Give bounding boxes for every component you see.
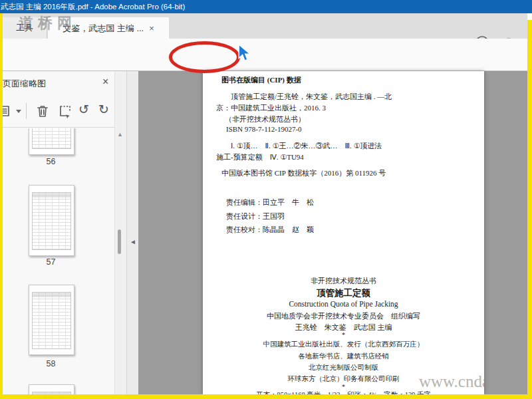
tab-close-icon[interactable]: × [149, 18, 154, 39]
page-watermark: www.cnda [419, 372, 484, 391]
thumbnail-page-57[interactable] [29, 185, 74, 256]
thumbnail-label-56: 56 [29, 157, 73, 166]
pdf-line: ISBN 978-7-112-19027-0 [226, 125, 302, 133]
pdf-line: Ⅰ. ①顶… Ⅱ. ①王…②朱…③武… Ⅲ. ①顶进法 [231, 141, 382, 151]
panel-title: 页面缩略图 [3, 78, 46, 90]
panel-divider [26, 103, 27, 119]
pdf-line: 责任校对：陈晶晶 赵 颖 [226, 225, 314, 235]
panel-close-icon[interactable]: × [102, 76, 108, 88]
thumbnail-page-58[interactable] [29, 285, 74, 355]
pdf-book-title: 顶管施工定额 [203, 287, 484, 299]
document-view[interactable]: 图书在版编目 (CIP) 数据 顶管施工定额/王兆铨，朱文鉴，武志国主编 . —… [138, 71, 527, 394]
pdf-page: 图书在版编目 (CIP) 数据 顶管施工定额/王兆铨，朱文鉴，武志国主编 . —… [203, 71, 484, 394]
thumbnail-list: 56 57 58 [3, 128, 112, 394]
pdf-line: 中国地质学会非开挖技术专业委员会 组织编写 [203, 311, 484, 321]
pdf-line: 图书在版编目 (CIP) 数据 [221, 75, 301, 85]
pdf-line: Construction Quota of Pipe Jacking [203, 300, 484, 308]
delete-pages-icon[interactable] [35, 103, 51, 119]
pdf-line: * [203, 331, 484, 338]
pdf-line: 责任编辑：田立平 牛 松 [226, 198, 314, 207]
panel-separator [3, 127, 124, 128]
title-bar: 武志国 主编 2016年版.pdf - Adobe Acrobat Pro (6… [0, 0, 532, 13]
frame-border-bottom [0, 394, 532, 399]
pdf-line: 各地新华书店、建筑书店经销 [203, 352, 484, 361]
thumbnail-label-57: 57 [29, 257, 73, 267]
thumbnail-page-59[interactable] [29, 384, 74, 394]
pdf-line: 中国建筑工业出版社出版、发行（北京西郊百万庄） [203, 340, 484, 349]
main-toolbar: / 157 75% ••• [3, 39, 527, 71]
pdf-line: 顶管施工定额/王兆铨，朱文鉴，武志国主编 . —北 [231, 92, 392, 102]
pdf-line: （非开挖技术规范丛书） [225, 114, 305, 124]
rotate-ccw-icon[interactable]: ↺ [78, 102, 94, 118]
application-window: 武志国 主编 2016年版.pdf - Adobe Acrobat Pro (6… [0, 0, 532, 399]
pdf-line: 责任设计：王国羽 [226, 211, 285, 221]
site-watermark: 道桥网 [19, 13, 76, 33]
set-page-boxes-icon[interactable] [57, 103, 73, 119]
collapse-panel-icon[interactable]: ◄ [130, 238, 136, 245]
window-title: 武志国 主编 2016年版.pdf - Adobe Acrobat Pro (6… [0, 3, 185, 11]
pdf-line: 施工-预算定额 Ⅳ. ①TU94 [216, 152, 304, 162]
pdf-line: 非开挖技术规范丛书 [203, 276, 484, 286]
scroll-up-icon[interactable]: ▲ [117, 131, 123, 138]
pdf-line: 北京红光制版公司制版 [203, 363, 484, 372]
panel-splitter[interactable] [126, 71, 139, 394]
thumbnail-page-56[interactable] [29, 128, 74, 155]
pdf-line: 中国版本图书馆 CIP 数据核字（2016）第 011926 号 [221, 168, 386, 178]
panel-scrollbar-thumb[interactable] [118, 229, 121, 254]
thumbnail-label-58: 58 [29, 359, 73, 368]
rotate-cw-icon[interactable]: ↻ [98, 102, 114, 118]
pdf-line: 京：中国建筑工业出版社，2016. 3 [216, 103, 326, 113]
frame-border-right [527, 20, 532, 399]
frame-border-left [0, 13, 3, 399]
tab-strip: 工具 文鉴，武志国 主编 ...× ? [3, 13, 527, 39]
panel-options-arrow-icon[interactable] [16, 110, 21, 113]
mouse-cursor-icon [237, 45, 253, 66]
thumbnails-panel: 页面缩略图 × ↺ ↻ 56 57 58 [3, 71, 124, 394]
red-circle-annotation [169, 41, 240, 73]
